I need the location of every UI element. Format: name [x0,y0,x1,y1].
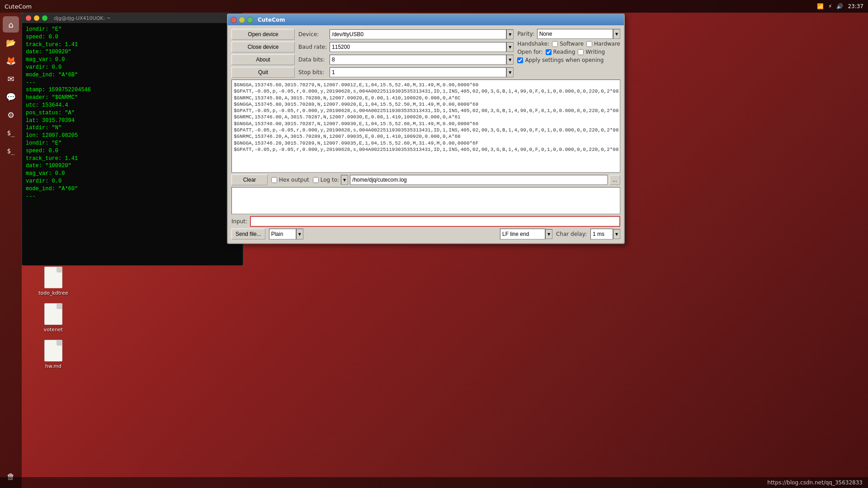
plain-input[interactable] [269,229,296,239]
plain-arrow[interactable]: ▼ [296,229,303,239]
quit-button[interactable]: Quit [231,67,295,78]
device-combo: ▼ [330,29,514,39]
terminal-min-btn[interactable] [34,15,39,21]
topbar-right: 📶 ⚡ 🔊 23:37 [817,3,863,9]
software-checkbox[interactable] [552,41,558,47]
sidebar-icon-settings[interactable]: ⚙ [3,107,19,123]
baud-combo: ▼ [330,42,514,52]
left-buttons: Open device Close device About Quit [231,29,295,78]
log-path-input[interactable] [350,175,608,185]
input-label: Input: [231,218,247,225]
hardware-checkbox[interactable] [586,41,592,47]
desktop-file-todo[interactable]: todo_kdtree [35,267,71,296]
close-device-button[interactable]: Close device [231,42,295,52]
parity-row: Parity: ▼ [517,29,620,39]
baud-input[interactable] [330,42,506,52]
settings-col2: Parity: ▼ Handshake: Software [517,29,620,78]
sidebar-icon-email[interactable]: ✉ [3,70,19,87]
file-label-hw: hw.md [45,363,61,369]
stop-bits-label: Stop bits: [298,69,327,75]
data-bits-input[interactable] [330,55,506,65]
sidebar-icon-home[interactable]: ⌂ [3,16,19,33]
writing-checkbox-label[interactable]: Writing [578,49,605,55]
app-title: CuteCom [5,3,32,10]
char-delay-combo: ▼ [590,229,620,239]
clear-button[interactable]: Clear [231,174,268,185]
hardware-checkbox-label[interactable]: Hardware [586,41,620,47]
baud-arrow[interactable]: ▼ [506,42,514,52]
terminal-body[interactable]: londir: "E" speed: 0.0 track_ture: 1.41 … [22,23,243,265]
writing-checkbox[interactable] [578,49,584,55]
parity-combo: ▼ [537,29,620,39]
apply-label: Apply settings when opening [525,57,604,63]
topbar-left: CuteCom [5,3,32,10]
input-field[interactable] [250,216,620,227]
device-label: Device: [298,31,327,38]
output-area[interactable]: $GNGGA,153745.60,3015.70279,N,12007.0901… [231,80,620,173]
sidebar-icon-browser[interactable]: 🦊 [3,52,19,69]
data-bits-arrow[interactable]: ▼ [506,55,514,65]
network-icon: 📶 [817,3,824,9]
about-button[interactable]: About [231,54,295,65]
terminal-max-btn[interactable] [42,15,47,21]
stop-bits-combo: ▼ [330,67,514,77]
sidebar-icon-terminal2[interactable]: $_ [3,143,19,159]
volume-icon: 🔊 [836,3,843,9]
terminal-title: djg@djg-UX410UQK: ~ [54,15,111,21]
status-url: https://blog.csdn.net/qq_35632833 [767,479,863,486]
stop-bits-input[interactable] [330,67,506,77]
hardware-label: Hardware [594,41,620,47]
desktop-file-hw[interactable]: hw.md [35,340,71,369]
apply-row: Apply settings when opening [517,57,620,63]
apply-checkbox[interactable] [517,57,523,63]
software-checkbox-label[interactable]: Software [552,41,584,47]
cutecom-min-btn[interactable] [239,17,245,23]
parity-input[interactable] [537,29,613,39]
line-end-input[interactable] [500,229,545,239]
parity-label: Parity: [517,31,534,37]
device-arrow[interactable]: ▼ [506,29,514,39]
line-end-combo: ▼ [500,229,552,239]
send-area[interactable] [231,187,620,214]
writing-label: Writing [585,49,605,55]
log-to-label-wrap[interactable]: Log to: [313,177,339,183]
apply-checkbox-label[interactable]: Apply settings when opening [517,57,604,63]
sidebar-icon-files[interactable]: 📂 [3,34,19,51]
line-end-arrow[interactable]: ▼ [545,229,552,239]
controls-top: Open device Close device About Quit Devi… [231,29,620,78]
cutecom-body: Open device Close device About Quit Devi… [228,25,624,243]
hex-output-label[interactable]: Hex output [271,177,309,183]
file-icon-hw [44,340,62,361]
device-input[interactable] [330,29,506,39]
bottom-row: Send file... ▼ ▼ Char delay: ▼ [231,229,620,239]
log-arrow[interactable]: ▼ [341,175,348,185]
cutecom-title: CuteCom [258,17,285,23]
dots-button[interactable]: ... [609,175,620,185]
char-delay-arrow[interactable]: ▼ [613,229,620,239]
software-label: Software [560,41,584,47]
file-icon-todo [44,267,62,288]
open-device-button[interactable]: Open device [231,29,295,40]
stop-bits-arrow[interactable]: ▼ [506,67,514,77]
statusbar: https://blog.csdn.net/qq_35632833 [0,477,868,488]
reading-checkbox[interactable] [546,49,552,55]
send-file-button[interactable]: Send file... [231,229,265,239]
data-bits-combo: ▼ [330,55,514,65]
hex-output-checkbox[interactable] [271,177,277,183]
terminal-close-btn[interactable] [26,15,31,21]
cutecom-close-btn[interactable] [231,17,237,23]
log-to-checkbox[interactable] [313,177,319,183]
parity-arrow[interactable]: ▼ [613,29,620,39]
file-label-todo: todo_kdtree [38,290,68,296]
desktop-file-votenet[interactable]: votenet [35,303,71,333]
sidebar-icon-chat[interactable]: 💬 [3,89,19,105]
open-for-label: Open for: [517,49,542,55]
char-delay-input[interactable] [590,229,613,239]
sidebar-icon-terminal[interactable]: $_ [3,125,19,141]
sidebar: ⌂ 📂 🦊 ✉ 💬 ⚙ $_ $_ 🗑 [0,13,22,488]
reading-checkbox-label[interactable]: Reading [546,49,576,55]
char-delay-label: Char delay: [556,231,587,237]
cutecom-max-btn[interactable] [247,17,253,23]
handshake-label: Handshake: [517,41,549,47]
log-to-text: Log to: [321,177,339,183]
